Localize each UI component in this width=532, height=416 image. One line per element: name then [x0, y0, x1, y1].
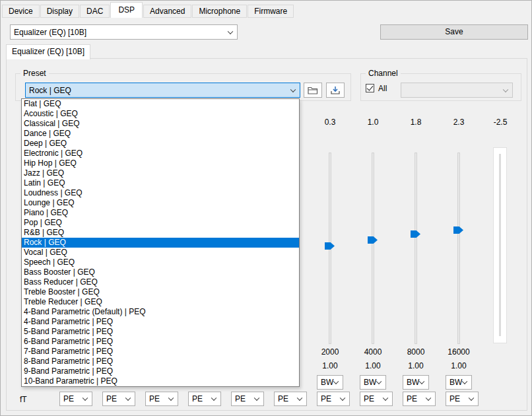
band-frequency-label: 16000	[439, 347, 479, 357]
filter-type-combo[interactable]: PE	[360, 392, 393, 406]
filter-type-combo-value: PE	[106, 394, 117, 403]
band-bandwidth-value-label: 1.00	[353, 361, 393, 370]
band-gain-value-label: 0.3	[310, 118, 350, 127]
filter-type-combo[interactable]: PE	[403, 392, 436, 406]
preset-option[interactable]: Jazz | GEQ	[22, 168, 299, 178]
folder-open-icon	[308, 86, 318, 94]
band-bandwidth-value-label: 1.00	[396, 361, 436, 370]
filter-type-combo-value: PE	[63, 394, 74, 403]
bw-combo[interactable]: BW	[403, 375, 429, 390]
preset-option[interactable]: 8-Band Parametric | PEQ	[22, 357, 299, 366]
filter-type-combo[interactable]: PE	[446, 392, 479, 406]
preset-option[interactable]: Speech | GEQ	[22, 258, 299, 267]
filter-type-combo-value: PE	[407, 394, 417, 403]
preset-option[interactable]: 7-Band Parametric | PEQ	[22, 347, 299, 357]
bw-combo-value: BW	[321, 378, 333, 387]
eq-slider-thumb[interactable]	[325, 242, 335, 250]
eq-slider-thumb[interactable]	[411, 230, 420, 238]
eq-slider-thumb[interactable]	[368, 236, 378, 244]
filter-type-combo-value: PE	[364, 394, 374, 403]
preset-option[interactable]: Bass Booster | GEQ	[22, 267, 299, 277]
preset-option[interactable]: Electronic | GEQ	[22, 149, 299, 158]
chevron-down-icon	[340, 396, 345, 401]
preset-option[interactable]: Treble Booster | GEQ	[22, 287, 299, 297]
bw-combo[interactable]: BW	[317, 375, 343, 390]
bw-combo[interactable]: BW	[446, 375, 472, 390]
tab-display[interactable]: Display	[40, 5, 79, 18]
preset-option[interactable]: 5-Band Parametric | PEQ	[22, 327, 299, 337]
filter-type-row-label: fT	[20, 395, 27, 404]
preset-dropdown-list: Flat | GEQAcoustic | GEQClassical | GEQD…	[21, 98, 300, 387]
preset-combo[interactable]: Rock | GEQ	[25, 83, 300, 98]
filter-type-combo[interactable]: PE	[145, 392, 178, 406]
preset-option[interactable]: Pop | GEQ	[22, 218, 299, 228]
preset-option[interactable]: Rock | GEQ	[22, 238, 299, 248]
preset-option[interactable]: Bass Reducer | GEQ	[22, 277, 299, 287]
tab-advanced[interactable]: Advanced	[143, 5, 191, 18]
filter-type-combo-value: PE	[449, 394, 460, 403]
preset-option[interactable]: 4-Band Parametric | PEQ	[22, 317, 299, 327]
tab-device[interactable]: Device	[2, 5, 40, 18]
filter-type-combo[interactable]: PE	[59, 392, 92, 406]
eq-slider-track[interactable]	[415, 153, 417, 344]
chevron-down-icon	[290, 87, 296, 92]
eq-slider-track[interactable]	[372, 153, 374, 344]
tab-dac[interactable]: DAC	[80, 5, 110, 18]
preset-option[interactable]: Classical | GEQ	[22, 119, 299, 129]
preset-option[interactable]: Deep | GEQ	[22, 139, 299, 149]
preset-option[interactable]: R&B | GEQ	[22, 228, 299, 238]
chevron-down-icon	[383, 396, 388, 401]
preset-option[interactable]: Acoustic | GEQ	[22, 109, 299, 119]
filter-type-combo[interactable]: PE	[188, 392, 221, 406]
filter-type-combo-value: PE	[149, 394, 160, 403]
module-selector-combo[interactable]: Equalizer (EQ) [10B]	[10, 24, 238, 40]
band-gain-value-label: 2.3	[439, 118, 479, 127]
preset-option[interactable]: 4-Band Parametric (Default) | PEQ	[22, 307, 299, 317]
band-bandwidth-value-label: 1.00	[439, 361, 479, 370]
tab-firmware[interactable]: Firmware	[248, 5, 294, 18]
all-checkbox[interactable]	[366, 84, 374, 92]
preset-option[interactable]: Hip Hop | GEQ	[22, 158, 299, 168]
preset-option[interactable]: Latin | GEQ	[22, 178, 299, 188]
bw-combo-value: BW	[407, 378, 419, 387]
bw-combo[interactable]: BW	[360, 375, 386, 390]
band-gain-value-label: 1.0	[353, 118, 393, 127]
preset-option[interactable]: Vocal | GEQ	[22, 248, 299, 258]
checkmark-icon	[367, 84, 374, 90]
preset-option[interactable]: 10-Band Parametric | PEQ	[22, 376, 299, 386]
chevron-down-icon	[254, 396, 259, 401]
tab-dsp[interactable]: DSP	[110, 2, 143, 18]
preset-option[interactable]: Piano | GEQ	[22, 208, 299, 218]
channel-combo	[401, 83, 513, 98]
filter-type-combo-value: PE	[235, 394, 246, 403]
preset-option[interactable]: 9-Band Parametric | PEQ	[22, 366, 299, 376]
tab-microphone[interactable]: Microphone	[192, 5, 247, 18]
preset-option[interactable]: Treble Reducer | GEQ	[22, 297, 299, 307]
dsp-settings-window: DeviceDisplayDACDSPAdvancedMicrophoneFir…	[0, 0, 532, 416]
preset-option[interactable]: Flat | GEQ	[22, 99, 299, 109]
band-bandwidth-value-label: 1.00	[310, 361, 350, 370]
preset-option[interactable]: Lounge | GEQ	[22, 198, 299, 208]
eq-slider-track[interactable]	[457, 153, 460, 344]
preset-option[interactable]: Dance | GEQ	[22, 129, 299, 139]
chevron-down-icon	[211, 396, 216, 401]
chevron-down-icon	[462, 379, 467, 384]
save-preset-button[interactable]	[326, 83, 345, 98]
band-frequency-label: 2000	[310, 347, 350, 357]
filter-type-combo[interactable]: PE	[317, 392, 350, 406]
preset-option[interactable]: Loudness | GEQ	[22, 188, 299, 198]
filter-type-combo[interactable]: PE	[102, 392, 135, 406]
master-slider-track[interactable]	[499, 154, 501, 336]
eq-slider-thumb[interactable]	[453, 226, 463, 234]
preset-option[interactable]: 6-Band Parametric | PEQ	[22, 337, 299, 347]
bw-combo-value: BW	[449, 378, 462, 387]
preset-combo-value: Rock | GEQ	[29, 86, 71, 95]
save-button[interactable]: Save	[380, 24, 528, 40]
filter-type-combo[interactable]: PE	[274, 392, 307, 406]
filter-type-combo[interactable]: PE	[231, 392, 264, 406]
main-tabstrip: DeviceDisplayDACDSPAdvancedMicrophoneFir…	[2, 2, 294, 18]
chevron-down-icon	[125, 396, 131, 401]
open-preset-button[interactable]	[304, 83, 322, 98]
filter-type-combo-value: PE	[192, 394, 203, 403]
master-gain-value-label: -2.5	[481, 118, 520, 127]
